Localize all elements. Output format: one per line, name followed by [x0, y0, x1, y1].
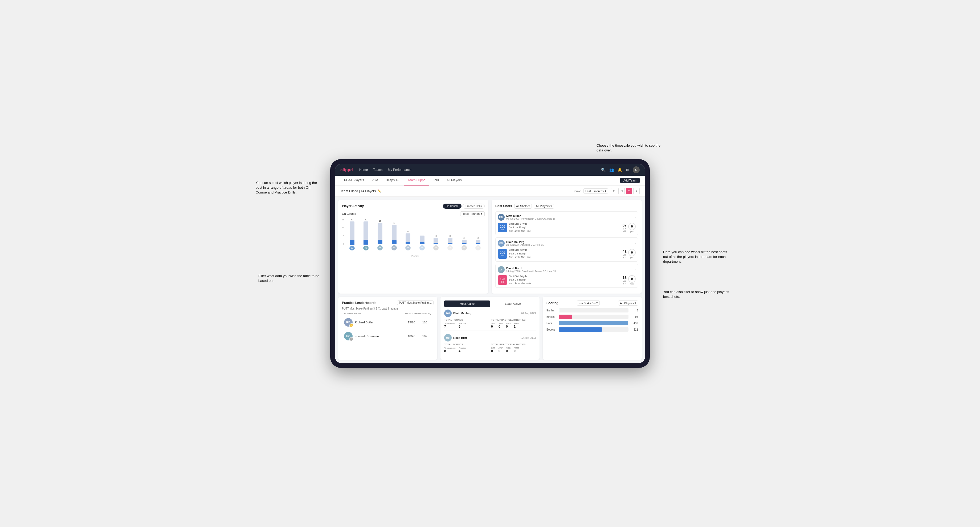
bar-chart: 13BM12RB10DF9JC5EE4GB3RB3MM2EC2LR — [345, 219, 485, 251]
sub-tab-team-clippd[interactable]: Team Clippd — [404, 175, 429, 186]
avatar[interactable]: U — [633, 167, 640, 173]
main-content: Player Activity On Course Practice Drill… — [335, 197, 645, 363]
view-list-button[interactable]: ≡ — [633, 188, 640, 194]
view-grid-large-button[interactable]: ⊞ — [611, 188, 617, 194]
bar-element — [462, 240, 466, 244]
player-avatar-bar: GB — [419, 245, 425, 251]
y-tick-15: 15 — [342, 219, 344, 221]
scoring-players-dropdown[interactable]: All Players ▾ — [618, 300, 638, 306]
activity-list: BM Blair McHarg 26 Aug 2023 Total Rounds… — [444, 310, 536, 353]
putt-label: PUTT — [514, 322, 519, 325]
edit-icon[interactable]: ✏️ — [377, 189, 381, 193]
sub-nav-tabs: PGAT Players PGA Hcaps 1-5 Team Clippd T… — [340, 175, 466, 186]
nav-link-teams[interactable]: Teams — [373, 168, 382, 171]
badge-sub: SG — [501, 229, 504, 230]
lb-col-headers: PLAYER NAME PB SCORE PB AVG SQ — [342, 312, 434, 315]
view-heart-button[interactable]: ♥ — [626, 188, 632, 194]
activity-player-name: Blair McHarg — [453, 312, 471, 315]
chart-metric-dropdown[interactable]: Total Rounds ▾ — [460, 211, 485, 216]
tab-most-active[interactable]: Most Active — [444, 300, 490, 307]
putt-stat: PUTT 1 — [514, 322, 519, 329]
stat-value: 43 — [622, 249, 627, 254]
scoring-bar-wrap — [559, 327, 628, 332]
lb-filter-dropdown[interactable]: PUTT Must Make Putting ... — [397, 300, 434, 305]
shot-player-meta: 24 Aug 2023 · Royal North Devon GC, Hole… — [506, 270, 556, 273]
shot-stat-zero-wrap: 0 yds — [628, 223, 636, 233]
nav-link-home[interactable]: Home — [359, 168, 368, 171]
scoring-par-dropdown[interactable]: Par 3, 4 & 5s ▾ — [577, 300, 600, 306]
annotation-left-top: You can select which player is doing the… — [256, 181, 322, 195]
shot-stat-zero-wrap: 0 yds — [628, 275, 636, 285]
gtt-label: GTT — [491, 347, 495, 349]
y-tick-0: 0 — [342, 243, 344, 245]
bar-group: 9JC — [387, 219, 401, 251]
bar-value-label: 3 — [435, 235, 436, 237]
sub-tab-pga[interactable]: PGA — [368, 175, 382, 186]
player-avatar-bar: MM — [447, 245, 453, 251]
annotation-left-bottom: Filter what data you wish the table to b… — [258, 274, 320, 283]
activity-section: BM Blair McHarg 26 Aug 2023 Total Rounds… — [444, 310, 536, 331]
lb-subtitle: PUTT Must Make Putting (3-6 ft), Last 3 … — [342, 307, 434, 310]
shot-details-row: 200 SG Shot Dist: 67 ydsStart Lie: Rough… — [498, 222, 636, 233]
player-avatar-bar: BM — [349, 246, 355, 251]
time-select-dropdown[interactable]: Last 3 months ▾ — [584, 189, 608, 194]
nav-logo: clippd — [340, 167, 353, 172]
activity-section: RB Rees Britt 02 Sep 2023 Total Rounds T… — [444, 334, 536, 353]
tab-least-active[interactable]: Least Active — [490, 300, 536, 307]
sub-tab-tour[interactable]: Tour — [429, 175, 443, 186]
stat-value: 16 — [622, 275, 627, 280]
tournament-value: 8 — [444, 349, 455, 353]
badge-value: 200 — [500, 225, 505, 229]
stat-label: yds — [622, 256, 627, 259]
add-team-button[interactable]: Add Team — [620, 178, 640, 183]
y-axis: 15 10 5 0 — [342, 219, 344, 251]
tournament-label: Tournament — [444, 322, 455, 325]
toggle-on-course[interactable]: On Course — [443, 204, 461, 209]
nav-icons: 🔍 👥 🔔 ⊕ U — [601, 167, 640, 173]
activity-player-header: BM Blair McHarg 26 Aug 2023 — [444, 310, 536, 317]
shot-item[interactable]: DF David Ford 24 Aug 2023 · Royal North … — [495, 264, 638, 288]
app-label: APP — [498, 347, 503, 349]
practice-activities-row: GTT 0 APP 0 ARG 0 PUTT 0 — [491, 347, 536, 353]
bar-value-label: 3 — [450, 235, 450, 237]
shot-item[interactable]: MM Matt Miller 09 Jun 2023 · Royal North… — [495, 211, 638, 236]
scoring-category-label: Bogeys — [546, 328, 557, 331]
activity-stats-grid: Total Rounds Tournament 7 Practice 6 Tot… — [444, 319, 536, 329]
activity-player-header: RB Rees Britt 02 Sep 2023 — [444, 334, 536, 341]
nav-link-performance[interactable]: My Performance — [388, 168, 412, 171]
scoring-category-label: Birdies — [546, 316, 557, 318]
search-icon[interactable]: 🔍 — [601, 168, 606, 172]
rank-badge: 2 — [349, 337, 353, 341]
y-tick-5: 5 — [342, 235, 344, 237]
shot-player-row: BM Blair McHarg 23 Jul 2023 · Ashridge G… — [498, 240, 636, 247]
lb-player-name: Richard Butler — [355, 321, 405, 324]
lb-row[interactable]: EC 2 Edward Crossman 18/20 107 — [342, 330, 434, 343]
scoring-value: 3 — [630, 309, 638, 312]
player-avatar-bar: RB — [363, 246, 369, 251]
sub-tab-all-players[interactable]: All Players — [443, 175, 466, 186]
bar-group: 2EC — [458, 219, 471, 251]
shot-zero-label: yds — [628, 230, 636, 233]
people-icon[interactable]: 👥 — [609, 168, 614, 172]
all-shots-dropdown[interactable]: All Shots ▾ — [514, 204, 532, 209]
bell-icon[interactable]: 🔔 — [617, 168, 622, 172]
sub-tab-pgat[interactable]: PGAT Players — [340, 175, 368, 186]
app-label: APP — [498, 322, 503, 325]
shot-player-name: Matt Miller — [506, 214, 555, 217]
shot-player-info: BM Blair McHarg 23 Jul 2023 · Ashridge G… — [498, 240, 544, 247]
gtt-value: 0 — [491, 349, 495, 353]
sub-tab-hcaps[interactable]: Hcaps 1-5 — [382, 175, 404, 186]
total-rounds-group: Total Rounds Tournament 8 Practice 4 — [444, 343, 489, 353]
lb-row[interactable]: RB 1 Richard Butler 19/20 110 — [342, 316, 434, 329]
toggle-practice-drills[interactable]: Practice Drills — [463, 204, 485, 209]
stat-value: 67 — [622, 223, 627, 227]
total-rounds-label: Total Rounds — [444, 343, 489, 346]
all-players-dropdown[interactable]: All Players ▾ — [534, 204, 554, 209]
shot-item[interactable]: BM Blair McHarg 23 Jul 2023 · Ashridge G… — [495, 237, 638, 262]
arg-value: 0 — [506, 325, 511, 329]
bar-value-label: 5 — [407, 230, 409, 233]
view-grid-button[interactable]: ⊟ — [618, 188, 625, 194]
plus-circle-icon[interactable]: ⊕ — [626, 168, 629, 172]
bar-element — [448, 238, 452, 244]
chart-area: On Course Total Rounds ▾ 15 10 5 — [342, 211, 485, 259]
